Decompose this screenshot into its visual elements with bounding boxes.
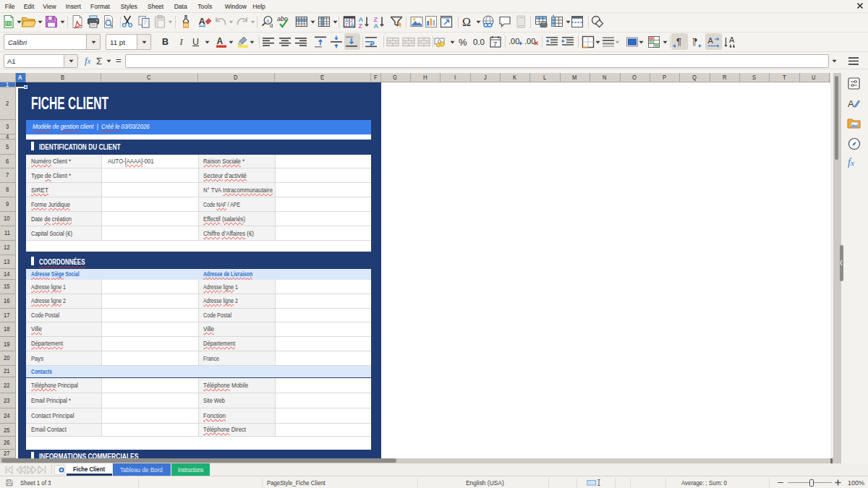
svg-text:d: d bbox=[270, 22, 273, 29]
svg-text:¶: ¶ bbox=[676, 36, 681, 47]
svg-text:A: A bbox=[848, 98, 854, 109]
svg-text:A: A bbox=[707, 36, 713, 45]
svg-text:7: 7 bbox=[493, 40, 497, 48]
svg-text:Ω: Ω bbox=[462, 16, 471, 28]
svg-text:A: A bbox=[374, 22, 379, 30]
svg-text:A: A bbox=[199, 16, 206, 27]
svg-text:.00: .00 bbox=[509, 37, 519, 46]
svg-text:Z: Z bbox=[345, 22, 348, 27]
svg-text:A: A bbox=[350, 22, 354, 27]
svg-text:¶: ¶ bbox=[692, 36, 697, 47]
svg-text:A: A bbox=[217, 36, 224, 46]
svg-text:.00: .00 bbox=[524, 37, 535, 46]
svg-text:A: A bbox=[729, 35, 735, 44]
svg-text:Z: Z bbox=[359, 22, 363, 30]
